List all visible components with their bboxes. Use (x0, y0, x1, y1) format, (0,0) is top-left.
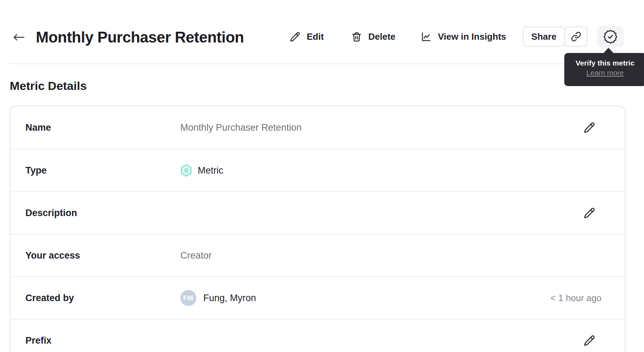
created-by-value: Fung, Myron (203, 293, 256, 304)
link-icon (571, 31, 581, 42)
view-in-insights-button[interactable]: View in Insights (421, 26, 506, 47)
row-label: Your access (25, 250, 180, 261)
avatar: FM (180, 290, 196, 306)
metric-detail-page: Monthly Purchaser Retention Edit Delete (0, 0, 644, 352)
arrow-left-icon (13, 34, 24, 41)
row-label: Name (25, 122, 180, 133)
row-label: Description (25, 208, 180, 219)
pencil-icon (583, 335, 595, 346)
type-value: Metric (198, 165, 223, 176)
metric-details-card: Name Monthly Purchaser Retention Type (10, 106, 626, 352)
page-title: Monthly Purchaser Retention (36, 29, 244, 45)
table-row-name: Name Monthly Purchaser Retention (10, 106, 625, 149)
verify-metric-button[interactable] (597, 26, 624, 47)
table-row-type: Type Metric (10, 149, 625, 191)
metric-hexagon-icon (180, 164, 192, 177)
delete-button[interactable]: Delete (351, 26, 395, 47)
row-label: Type (25, 165, 180, 176)
row-label: Prefix (25, 335, 180, 346)
edit-button-label: Edit (307, 31, 324, 42)
back-button[interactable] (12, 31, 26, 44)
section-heading: Metric Details (10, 79, 87, 93)
table-row-prefix: Prefix (10, 319, 625, 352)
pencil-icon (583, 122, 595, 133)
created-timestamp: < 1 hour ago (550, 293, 602, 304)
line-chart-icon (421, 31, 432, 42)
access-value: Creator (180, 250, 212, 261)
edit-description-button[interactable] (582, 205, 596, 221)
pencil-icon (583, 207, 595, 219)
row-label: Created by (25, 293, 180, 304)
pencil-icon (290, 31, 300, 42)
share-button[interactable]: Share (523, 26, 565, 47)
tooltip-arrow (603, 48, 614, 54)
name-value: Monthly Purchaser Retention (180, 122, 301, 133)
delete-button-label: Delete (368, 31, 395, 42)
view-in-insights-label: View in Insights (438, 31, 506, 42)
edit-button[interactable]: Edit (290, 26, 324, 47)
verified-badge-icon (603, 29, 618, 44)
learn-more-link[interactable]: Learn more (586, 68, 623, 78)
table-row-description: Description (10, 191, 625, 234)
verify-tooltip: Verify this metric Learn more (564, 53, 644, 86)
trash-icon (351, 31, 362, 42)
header-divider (10, 63, 634, 64)
edit-prefix-button[interactable] (582, 333, 596, 348)
tooltip-title: Verify this metric (564, 58, 644, 68)
copy-link-button[interactable] (564, 26, 588, 47)
edit-name-button[interactable] (582, 120, 596, 135)
table-row-created-by: Created by FM Fung, Myron < 1 hour ago (10, 276, 625, 319)
table-row-your-access: Your access Creator (10, 234, 625, 276)
